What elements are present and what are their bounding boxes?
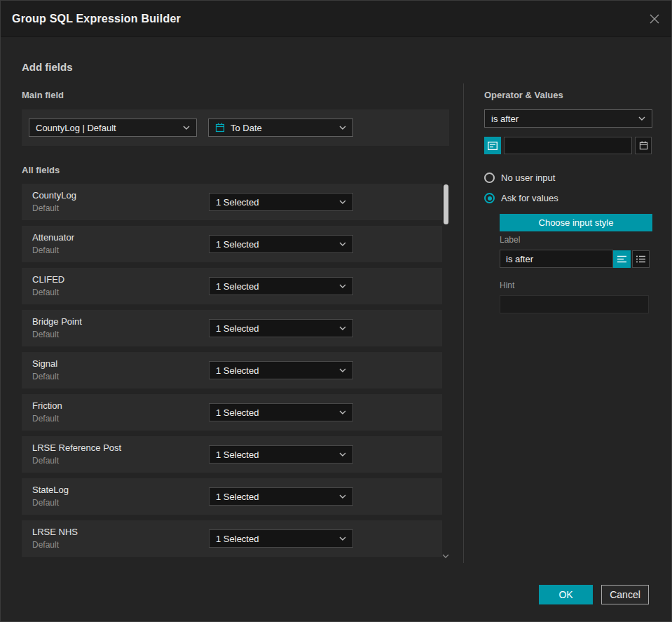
chevron-down-icon <box>183 126 190 130</box>
align-left-icon <box>617 255 626 263</box>
chevron-down-icon <box>339 536 346 541</box>
close-icon[interactable] <box>647 12 661 26</box>
cancel-button[interactable]: Cancel <box>601 585 649 604</box>
field-name: CountyLog <box>32 190 76 201</box>
field-subtitle: Default <box>32 498 59 508</box>
field-name: Signal <box>32 358 57 369</box>
radio-ask-for-values[interactable]: Ask for values <box>484 193 558 203</box>
vertical-divider <box>463 83 464 563</box>
scrollbar-thumb[interactable] <box>444 184 448 224</box>
field-values-select[interactable]: 1 Selected <box>209 361 353 379</box>
field-subtitle: Default <box>32 456 59 466</box>
radio-ask-for-values-label: Ask for values <box>501 193 558 203</box>
field-row: Signal Default 1 Selected <box>22 352 442 388</box>
chevron-down-icon <box>339 452 346 457</box>
field-row: CountyLog Default 1 Selected <box>22 184 442 220</box>
hint-input[interactable] <box>500 295 649 313</box>
field-subtitle: Default <box>32 414 59 424</box>
group-sql-expression-builder-dialog: Group SQL Expression Builder Add fields … <box>0 0 672 622</box>
field-values-select[interactable]: 1 Selected <box>209 403 353 421</box>
field-values-select-value: 1 Selected <box>216 449 334 460</box>
field-values-select-value: 1 Selected <box>216 281 334 292</box>
dialog-title: Group SQL Expression Builder <box>12 1 181 37</box>
field-values-select-value: 1 Selected <box>216 365 334 376</box>
scroll-down-icon[interactable] <box>441 553 451 560</box>
field-values-select[interactable]: 1 Selected <box>209 277 353 295</box>
date-field-select[interactable]: To Date <box>208 119 353 137</box>
value-input[interactable] <box>504 137 632 154</box>
field-subtitle: Default <box>32 372 59 381</box>
field-values-select[interactable]: 1 Selected <box>209 235 353 253</box>
chevron-down-icon <box>339 284 346 288</box>
field-values-select-value: 1 Selected <box>216 197 334 208</box>
radio-no-user-input-label: No user input <box>501 173 555 183</box>
chevron-down-icon <box>339 126 346 130</box>
field-row: Bridge Point Default 1 Selected <box>22 310 442 346</box>
field-values-select[interactable]: 1 Selected <box>209 319 353 337</box>
calendar-icon <box>639 141 648 150</box>
field-name: CLIFED <box>32 274 64 285</box>
field-subtitle: Default <box>32 288 59 297</box>
field-name: StateLog <box>32 485 69 495</box>
main-field-select[interactable]: CountyLog | Default <box>29 119 197 137</box>
radio-icon <box>484 173 495 183</box>
radio-no-user-input[interactable]: No user input <box>484 173 555 183</box>
chevron-down-icon <box>339 368 346 372</box>
chevron-down-icon <box>339 326 346 330</box>
chevron-down-icon <box>339 200 346 204</box>
list-icon <box>636 255 645 263</box>
field-name: Bridge Point <box>32 316 82 327</box>
field-row: LRSE Reference Post Default 1 Selected <box>22 436 442 473</box>
field-subtitle: Default <box>32 330 59 339</box>
field-name: LRSE Reference Post <box>32 442 121 453</box>
all-fields-list: CountyLog Default 1 Selected Attenuator … <box>22 184 442 562</box>
field-values-select[interactable]: 1 Selected <box>209 193 353 211</box>
operator-select[interactable]: is after <box>484 109 652 128</box>
field-subtitle: Default <box>32 245 59 255</box>
label-caption: Label <box>500 235 520 245</box>
list-scrollbar[interactable] <box>444 184 448 554</box>
field-row: Friction Default 1 Selected <box>22 394 442 431</box>
main-field-heading: Main field <box>22 90 64 100</box>
radio-icon <box>484 193 495 203</box>
chevron-down-icon <box>339 242 346 246</box>
field-values-select-value: 1 Selected <box>216 407 334 418</box>
field-lines-icon <box>488 142 498 150</box>
ok-button[interactable]: OK <box>539 585 593 604</box>
field-row: LRSE NHS Default 1 Selected <box>22 520 442 557</box>
chevron-down-icon <box>638 116 645 121</box>
field-values-select-value: 1 Selected <box>216 239 334 250</box>
field-values-select-value: 1 Selected <box>216 534 334 544</box>
field-subtitle: Default <box>32 203 59 213</box>
field-row: StateLog Default 1 Selected <box>22 478 442 515</box>
main-field-select-value: CountyLog | Default <box>36 123 177 133</box>
chevron-down-icon <box>339 410 346 414</box>
field-values-select[interactable]: 1 Selected <box>209 445 353 464</box>
field-name: Attenuator <box>32 232 74 243</box>
all-fields-heading: All fields <box>22 165 60 175</box>
field-values-select-value: 1 Selected <box>216 323 334 334</box>
dialog-header: Group SQL Expression Builder <box>1 1 671 37</box>
field-row: Attenuator Default 1 Selected <box>22 226 442 262</box>
field-values-select-value: 1 Selected <box>216 492 334 502</box>
single-line-style-button[interactable] <box>613 250 631 268</box>
field-name: LRSE NHS <box>32 527 78 537</box>
add-fields-heading: Add fields <box>22 61 73 73</box>
set-from-field-button[interactable] <box>484 137 501 154</box>
field-values-select[interactable]: 1 Selected <box>209 529 353 548</box>
field-row: CLIFED Default 1 Selected <box>22 268 442 304</box>
choose-input-style-button[interactable]: Choose input style <box>500 214 652 231</box>
field-subtitle: Default <box>32 540 59 550</box>
list-style-button[interactable] <box>632 250 650 268</box>
label-input[interactable] <box>500 250 613 268</box>
calendar-icon <box>215 123 225 133</box>
field-values-select[interactable]: 1 Selected <box>209 487 353 506</box>
date-field-select-value: To Date <box>231 123 334 133</box>
main-field-panel: CountyLog | Default To Date <box>22 109 449 146</box>
date-picker-button[interactable] <box>635 137 652 154</box>
operator-values-heading: Operator & Values <box>484 90 563 100</box>
operator-select-value: is after <box>491 114 633 124</box>
chevron-down-icon <box>339 494 346 499</box>
hint-caption: Hint <box>500 280 514 290</box>
field-name: Friction <box>32 400 62 411</box>
